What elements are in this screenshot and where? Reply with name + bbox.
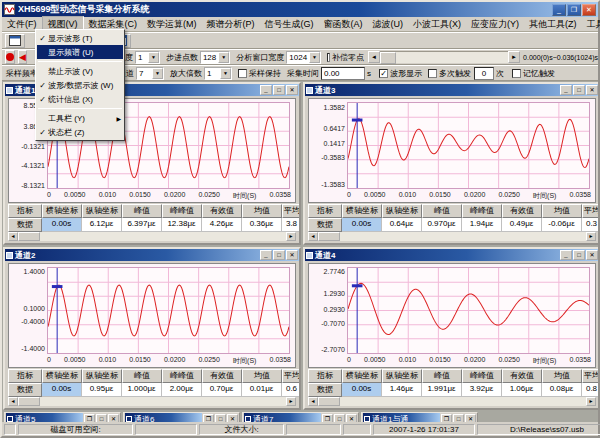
minimized-restore-button[interactable]: ❐ — [203, 414, 214, 422]
view-menu-item[interactable]: ✓统计信息 (X) — [37, 92, 123, 106]
minimized-window-title[interactable]: 通道5 — [6, 413, 83, 422]
menubar-item[interactable]: 数学运算(M) — [142, 17, 202, 32]
maximize-button[interactable]: ❐ — [567, 4, 581, 16]
plot-area[interactable] — [47, 267, 290, 354]
waveform-plot[interactable]: 2.77461.29300.2930-0.7070-2.707000.00500… — [308, 263, 596, 368]
channel-minimize-button[interactable]: _ — [560, 85, 572, 95]
minimized-close-button[interactable]: ✕ — [465, 414, 476, 422]
scroll-left-icon[interactable]: ◄ — [368, 51, 380, 63]
scrollbar-track[interactable] — [18, 232, 286, 241]
scroll-right-icon[interactable]: ► — [586, 232, 596, 241]
new-window-button[interactable] — [5, 34, 25, 48]
menubar-item[interactable]: 工具(T) — [582, 17, 600, 32]
chevron-down-icon[interactable]: ▼ — [148, 52, 159, 63]
chevron-down-icon[interactable]: ▼ — [152, 68, 163, 79]
channel-title-bar[interactable]: 通道2_□✕ — [5, 249, 299, 261]
chevron-down-icon[interactable]: ▼ — [220, 68, 231, 79]
rewind-button[interactable]: ◀ — [18, 50, 27, 64]
minimized-close-button[interactable]: ✕ — [346, 414, 357, 422]
scrollbar-track[interactable] — [318, 232, 586, 241]
view-menu-item[interactable]: 工具栏 (Y)▶ — [37, 111, 123, 125]
channel-minimize-button[interactable]: _ — [560, 250, 572, 260]
compensate-zero-checkbox[interactable] — [327, 53, 330, 62]
minimized-maximize-button[interactable]: □ — [215, 414, 226, 422]
minimized-close-button[interactable]: ✕ — [227, 414, 238, 422]
menubar-item[interactable]: 信号生成(G) — [260, 17, 319, 32]
channel-minimize-button[interactable]: _ — [260, 250, 272, 260]
scroll-right-icon[interactable]: ► — [508, 51, 520, 63]
table-hscrollbar[interactable]: ◄► — [8, 397, 296, 406]
record-button[interactable] — [5, 50, 15, 64]
waveform-plot[interactable]: 1.35820.64170.1417-0.3583-1.358300.00500… — [308, 98, 596, 203]
channel-title-bar[interactable]: 通道3_□✕ — [305, 84, 598, 96]
playback-speed-select[interactable]: 1▼ — [135, 51, 160, 64]
multi-trigger-checkbox[interactable] — [428, 69, 437, 78]
multi-trigger-count-input[interactable]: 0 — [474, 67, 494, 80]
time-range-scrollbar[interactable]: ◄ ► — [368, 51, 520, 63]
analysis-window-select[interactable]: 1024▼ — [286, 51, 321, 64]
menubar-item[interactable]: 其他工具(Z) — [524, 17, 582, 32]
data-row-button[interactable]: 数据 — [308, 383, 342, 397]
minimized-channel-window[interactable]: 通道6❐□✕ — [123, 412, 240, 422]
wave-display-checkbox[interactable]: ✓ — [379, 69, 388, 78]
menubar-item[interactable]: 滤波(U) — [368, 17, 409, 32]
view-menu-item[interactable]: ✓显示波形 (T) — [37, 31, 123, 45]
scroll-left-icon[interactable]: ◄ — [8, 397, 18, 406]
view-menu-item[interactable]: 显示频谱 (U) — [37, 45, 123, 59]
plot-area[interactable] — [347, 267, 590, 354]
scrollbar-thumb[interactable] — [380, 52, 396, 64]
view-menu-item[interactable]: ✓状态栏 (Z) — [37, 125, 123, 139]
plot-area[interactable] — [347, 102, 590, 189]
minimized-window-title[interactable]: 通道6 — [125, 413, 202, 422]
waveform-plot[interactable]: 1.40000.1000-0.4000-1.400000.00500.0100.… — [8, 263, 296, 368]
collect-time-input[interactable]: 0.00 — [321, 67, 365, 80]
minimized-channel-window[interactable]: 通道5❐□✕ — [4, 412, 121, 422]
data-row-button[interactable]: 数据 — [8, 218, 42, 232]
menubar-item[interactable]: 频谱分析(P) — [202, 17, 260, 32]
minimized-channel-window[interactable]: 通道7❐□✕ — [242, 412, 359, 422]
gain-select[interactable]: 1▼ — [204, 67, 232, 80]
menubar-item[interactable]: 小波工具(X) — [408, 17, 466, 32]
scrollbar-track[interactable] — [18, 397, 286, 406]
scrollbar-thumb[interactable] — [18, 232, 40, 241]
data-row-button[interactable]: 数据 — [8, 383, 42, 397]
channel-maximize-button[interactable]: □ — [273, 250, 285, 260]
view-menu-item[interactable]: ✓波形/数据示波 (W) — [37, 78, 123, 92]
minimized-restore-button[interactable]: ❐ — [322, 414, 333, 422]
channel-close-button[interactable]: ✕ — [286, 250, 298, 260]
scroll-right-icon[interactable]: ► — [286, 397, 296, 406]
channel-close-button[interactable]: ✕ — [286, 85, 298, 95]
minimized-restore-button[interactable]: ❐ — [84, 414, 95, 422]
minimized-close-button[interactable]: ✕ — [108, 414, 119, 422]
minimized-maximize-button[interactable]: □ — [334, 414, 345, 422]
channel-title-bar[interactable]: 通道4_□✕ — [305, 249, 598, 261]
scroll-right-icon[interactable]: ► — [286, 232, 296, 241]
chevron-down-icon[interactable]: ▼ — [218, 52, 229, 63]
scrollbar-thumb[interactable] — [318, 232, 340, 241]
table-hscrollbar[interactable]: ◄► — [308, 232, 596, 241]
step-points-select[interactable]: 128▼ — [200, 51, 230, 64]
end-channel-select[interactable]: 7▼ — [136, 67, 164, 80]
scrollbar-track[interactable] — [318, 397, 586, 406]
minimized-restore-button[interactable]: ❐ — [441, 414, 452, 422]
channel-maximize-button[interactable]: □ — [573, 85, 585, 95]
scrollbar-thumb[interactable] — [318, 397, 340, 406]
minimize-button[interactable]: _ — [552, 4, 566, 16]
view-menu-item[interactable]: 禁止示波 (V) — [37, 64, 123, 78]
table-hscrollbar[interactable]: ◄► — [308, 397, 596, 406]
close-button[interactable]: ✕ — [582, 4, 596, 16]
data-row-button[interactable]: 数据 — [308, 218, 342, 232]
scrollbar-thumb[interactable] — [18, 397, 40, 406]
menubar-item[interactable]: 窗函数(A) — [319, 17, 368, 32]
channel-maximize-button[interactable]: □ — [273, 85, 285, 95]
scroll-right-icon[interactable]: ► — [586, 397, 596, 406]
minimized-window-title[interactable]: 通道1与通 — [363, 413, 440, 422]
chevron-down-icon[interactable]: ▼ — [309, 52, 320, 63]
memory-trigger-checkbox[interactable] — [512, 69, 521, 78]
scroll-left-icon[interactable]: ◄ — [308, 232, 318, 241]
minimized-channel-window[interactable]: 通道1与通❐□✕ — [361, 412, 478, 422]
minimized-maximize-button[interactable]: □ — [453, 414, 464, 422]
channel-minimize-button[interactable]: _ — [260, 85, 272, 95]
minimized-maximize-button[interactable]: □ — [96, 414, 107, 422]
sample-hold-checkbox[interactable] — [238, 69, 247, 78]
